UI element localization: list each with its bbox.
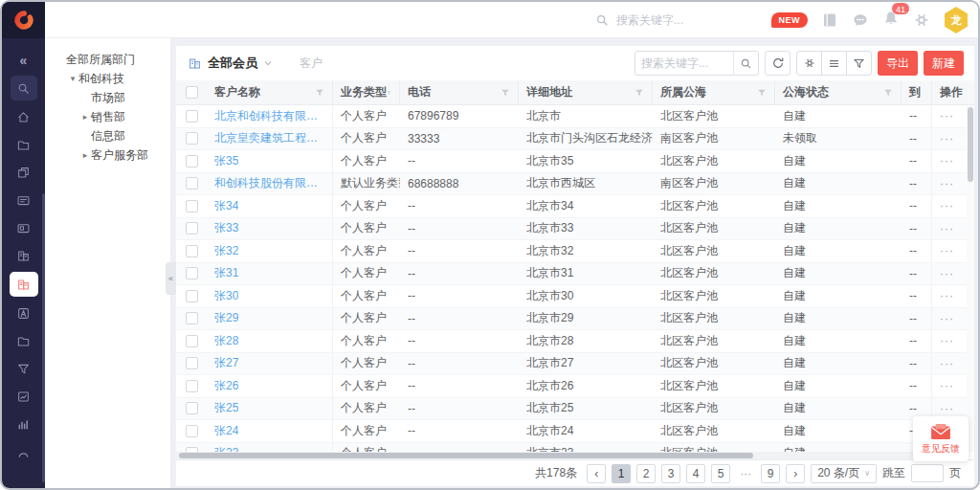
column-header-actions[interactable]: 操作 [932,80,967,104]
column-settings-button[interactable] [796,51,822,76]
new-badge[interactable]: NEW [771,12,809,28]
tree-collapse-handle[interactable]: « [166,262,176,295]
row-actions-button[interactable]: ··· [940,177,954,190]
filter-icon[interactable] [315,88,324,98]
column-header-phone[interactable]: 电话 [400,80,519,104]
horizontal-scrollbar[interactable] [176,452,967,459]
row-checkbox[interactable] [186,200,198,212]
chat-icon[interactable] [852,11,869,29]
search-icon[interactable] [11,76,37,100]
organization-icon[interactable] [2,242,45,270]
customer-name-link[interactable]: 张23 [214,445,238,452]
customer-name-link[interactable]: 张35 [214,153,238,169]
row-checkbox[interactable] [186,312,198,324]
avatar[interactable]: 龙 [944,7,969,33]
row-checkbox[interactable] [186,267,198,279]
column-header-due[interactable]: 到 [902,80,932,104]
tree-item[interactable]: ▸客户服务部 [45,145,170,165]
collapse-nav-icon[interactable]: « [2,46,45,74]
filter-icon[interactable] [757,88,767,98]
tree-caret-icon[interactable]: ▸ [79,107,91,126]
row-actions-button[interactable]: ··· [940,109,954,122]
customers-icon[interactable] [10,272,38,297]
row-actions-button[interactable]: ··· [940,312,954,325]
export-button[interactable]: 导出 [878,51,918,76]
row-actions-button[interactable]: ··· [940,199,954,212]
tree-item[interactable]: 信息部 [45,126,170,145]
page-button-1[interactable]: 1 [612,464,631,483]
global-search[interactable] [595,2,760,38]
bar-chart-icon[interactable] [2,411,45,438]
customer-name-link[interactable]: 张33 [214,220,238,236]
customer-name-link[interactable]: 张32 [214,243,238,259]
vertical-scrollbar[interactable] [967,105,974,452]
row-checkbox[interactable] [186,155,198,167]
jump-page-input[interactable] [911,464,944,482]
tree-item[interactable]: 市场部 [45,88,170,107]
row-actions-button[interactable]: ··· [940,289,954,302]
row-checkbox[interactable] [186,177,198,189]
customer-name-link[interactable]: 和创科技股份有限公司 [214,175,324,191]
column-header-address[interactable]: 详细地址 [519,80,653,104]
column-header-pool[interactable]: 所属公海 [653,80,775,104]
sidebar-scrollbar[interactable] [42,193,45,482]
filter-icon[interactable] [883,88,893,98]
customer-name-link[interactable]: 张29 [214,310,238,326]
select-all-checkbox[interactable] [186,86,198,99]
customer-name-link[interactable]: 张30 [214,288,238,304]
customer-name-link[interactable]: 张26 [214,378,238,394]
view-title[interactable]: 全部会员 [208,55,257,72]
folder2-icon[interactable] [2,327,45,355]
home-icon[interactable] [2,103,45,131]
tree-item[interactable]: 全部所属部门 [45,50,170,69]
page-button-9[interactable]: 9 [761,464,780,483]
list-view-button[interactable] [821,51,847,76]
page-button-4[interactable]: 4 [686,464,705,483]
feedback-widget[interactable]: 意见反馈 [913,416,969,461]
row-actions-button[interactable]: ··· [940,357,954,370]
row-checkbox[interactable] [186,335,198,347]
card-lines-icon[interactable] [2,187,45,214]
notifications[interactable]: 41 [882,10,900,31]
refresh-button[interactable] [765,51,791,76]
horizontal-scrollbar-thumb[interactable] [179,453,753,458]
page-button-3[interactable]: 3 [661,464,680,483]
row-checkbox[interactable] [186,132,198,145]
customer-name-link[interactable]: 北京和创科技有限公司 [214,108,324,124]
filter-button[interactable] [846,51,872,76]
gear-icon[interactable] [913,11,930,29]
row-checkbox[interactable] [186,380,198,392]
tab-customers[interactable]: 客户 [300,56,323,72]
filter-icon[interactable] [387,88,391,98]
tree-item[interactable]: ▾和创科技 [45,69,170,88]
chevron-down-icon[interactable] [263,58,273,68]
customer-name-link[interactable]: 张31 [214,265,238,281]
filter-icon[interactable] [501,88,510,98]
tree-caret-icon[interactable]: ▸ [79,145,91,165]
folder-icon[interactable] [2,131,45,159]
customer-name-link[interactable]: 张28 [214,333,238,349]
customer-name-link[interactable]: 张25 [214,400,238,416]
more-pages-button[interactable]: ··· [736,464,755,483]
vertical-scrollbar-thumb[interactable] [968,107,973,182]
row-actions-button[interactable]: ··· [940,154,954,167]
row-actions-button[interactable]: ··· [940,222,954,235]
row-actions-button[interactable]: ··· [940,379,954,392]
report-icon[interactable] [2,383,45,411]
arc-icon[interactable] [2,438,45,466]
column-header-status[interactable]: 公海状态 [775,80,902,104]
column-header-type[interactable]: 业务类型 [333,80,400,104]
copy-icon[interactable] [2,159,45,187]
row-checkbox[interactable] [186,290,198,302]
row-checkbox[interactable] [186,357,198,369]
row-actions-button[interactable]: ··· [940,334,954,347]
page-button-2[interactable]: 2 [636,464,656,483]
next-page-button[interactable]: › [786,464,805,483]
notebook-icon[interactable] [821,11,838,29]
column-header-name[interactable]: 客户名称 [207,80,333,104]
row-actions-button[interactable]: ··· [940,244,954,257]
prev-page-button[interactable]: ‹ [587,464,606,483]
customer-name-link[interactable]: 张24 [214,423,238,439]
list-search-button[interactable] [733,52,758,75]
row-checkbox[interactable] [186,245,198,257]
